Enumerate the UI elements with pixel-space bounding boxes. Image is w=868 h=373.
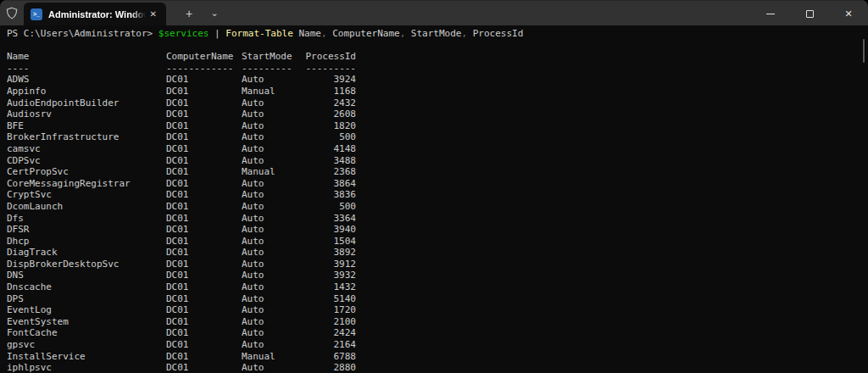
table-cell: Auto — [242, 281, 303, 293]
table-cell: Auto — [242, 120, 303, 132]
table-cell: iphlpsvc — [7, 362, 166, 373]
table-cell: EventLog — [7, 304, 166, 316]
table-cell: DC01 — [166, 247, 242, 259]
table-cell: Auto — [242, 155, 303, 167]
table-cell: DC01 — [166, 327, 242, 339]
table-cell: Auto — [242, 339, 303, 351]
table-cell: Dfs — [7, 213, 166, 225]
table-cell: Auto — [242, 178, 303, 190]
table-cell: 2368 — [303, 166, 356, 178]
table-cell: Auto — [242, 189, 303, 201]
table-cell: 3932 — [303, 270, 356, 281]
table-cell: DC01 — [166, 362, 242, 373]
table-cell: 500 — [303, 201, 356, 213]
column-header-startmode: StartMode — [242, 51, 303, 63]
table-cell: Manual — [242, 86, 303, 97]
command-segment: PS C:\Users\Administrator> — [7, 28, 159, 39]
new-tab-button[interactable]: + — [176, 1, 202, 25]
table-cell: DC01 — [166, 155, 242, 167]
table-cell: DiagTrack — [7, 247, 166, 259]
table-cell: CoreMessagingRegistrar — [7, 178, 166, 190]
table-cell: Auto — [242, 97, 303, 109]
table-cell: BFE — [7, 120, 166, 132]
column-header-name: Name — [7, 51, 166, 63]
table-cell: DNS — [7, 270, 166, 281]
table-cell: 3364 — [303, 213, 356, 225]
table-cell: 1820 — [303, 120, 356, 132]
table-cell: DC01 — [166, 351, 242, 363]
close-button[interactable]: ✕ — [829, 1, 868, 26]
tab-dropdown-button[interactable]: ⌄ — [202, 1, 227, 25]
table-cell: InstallService — [7, 351, 166, 363]
table-cell: DC01 — [166, 339, 242, 351]
table-cell: DC01 — [166, 224, 242, 236]
table-cell: DC01 — [166, 259, 242, 270]
table-cell: 3892 — [303, 247, 356, 259]
column-underline: --------- — [303, 63, 356, 75]
command-segment: Format-Table — [225, 28, 292, 39]
terminal-content[interactable]: PS C:\Users\Administrator> $services | F… — [0, 25, 868, 373]
table-cell: Audiosrv — [7, 109, 166, 120]
table-cell: Auto — [242, 224, 303, 236]
powershell-icon: >_ — [31, 8, 42, 20]
admin-shield-icon — [0, 1, 24, 25]
table-cell: CDPSvc — [7, 155, 166, 167]
scrollbar-track — [861, 25, 868, 373]
scrollbar[interactable] — [863, 39, 865, 63]
table-cell: DC01 — [166, 270, 242, 281]
table-cell: 2880 — [303, 362, 356, 373]
table-cell: Auto — [242, 74, 303, 86]
table-cell: camsvc — [7, 143, 166, 155]
command-line: PS C:\Users\Administrator> $services | F… — [7, 28, 861, 40]
table-cell: DC01 — [166, 178, 242, 190]
table-cell: Auto — [242, 131, 303, 143]
table-cell: 1168 — [303, 86, 356, 97]
command-segment: ProcessId — [467, 28, 523, 39]
command-segment: StartMode — [405, 28, 461, 39]
column-underline: --------- — [242, 63, 303, 75]
tab-close-icon[interactable]: ✕ — [146, 8, 161, 20]
table-cell: FontCache — [7, 327, 166, 339]
table-cell: CertPropSvc — [7, 166, 166, 178]
table-cell: DC01 — [166, 316, 242, 328]
table-cell: Auto — [242, 109, 303, 120]
minimize-icon — [766, 14, 775, 14]
minimize-button[interactable] — [751, 1, 790, 26]
command-segment: ComputerName — [327, 28, 400, 39]
table-cell: 2424 — [303, 327, 356, 339]
blank-line — [7, 40, 861, 52]
table-cell: Auto — [242, 247, 303, 259]
table-cell: 5140 — [303, 293, 356, 305]
tab-administrator-windows-powershell[interactable]: >_ Administrator: Windows Pow ✕ — [24, 3, 166, 25]
table-cell: 2432 — [303, 97, 356, 109]
table-cell: DC01 — [166, 293, 242, 305]
command-segment: | — [209, 28, 225, 39]
table-cell: DFSR — [7, 224, 166, 236]
services-table: Name ComputerName StartMode ProcessId --… — [7, 51, 861, 373]
table-cell: Auto — [242, 213, 303, 225]
tab-title: Administrator: Windows Pow — [48, 9, 146, 19]
table-cell: DC01 — [166, 97, 242, 109]
table-cell: 3924 — [303, 74, 356, 86]
table-cell: Auto — [242, 143, 303, 155]
table-cell: Dnscache — [7, 281, 166, 293]
table-cell: Auto — [242, 316, 303, 328]
table-cell: Auto — [242, 259, 303, 270]
table-cell: Auto — [242, 327, 303, 339]
table-cell: 2608 — [303, 109, 356, 120]
maximize-button[interactable] — [790, 1, 829, 26]
table-cell: Auto — [242, 201, 303, 213]
table-cell: 3940 — [303, 224, 356, 236]
table-cell: 1432 — [303, 281, 356, 293]
table-cell: DC01 — [166, 74, 242, 86]
column-header-computername: ComputerName — [166, 51, 242, 63]
table-cell: Appinfo — [7, 86, 166, 97]
command-segment: $services — [159, 28, 209, 39]
table-cell: Auto — [242, 293, 303, 305]
table-cell: DC01 — [166, 109, 242, 120]
table-cell: 3912 — [303, 259, 356, 270]
table-cell: Auto — [242, 362, 303, 373]
table-cell: Auto — [242, 270, 303, 281]
table-cell: DcomLaunch — [7, 201, 166, 213]
table-cell: CryptSvc — [7, 189, 166, 201]
